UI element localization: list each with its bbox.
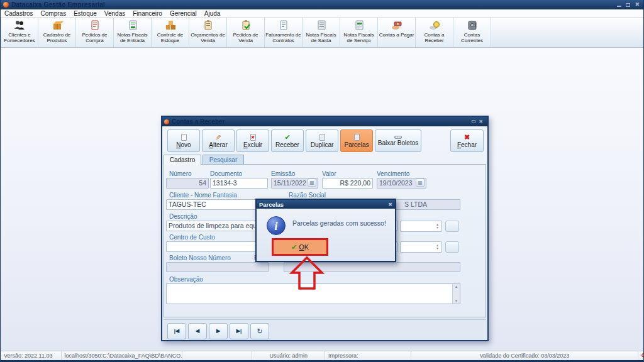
service-invoice-icon [353, 19, 365, 31]
toolbar-contas-pagar[interactable]: Contas a Pagar [378, 18, 416, 47]
toolbar-orcamentos-venda[interactable]: Orçamentos de Venda [189, 18, 227, 47]
boleto-barcode-icon [394, 136, 402, 139]
dialog-close-icon[interactable]: ✖ [388, 202, 392, 207]
valor-field[interactable]: R$ 220,00 [322, 178, 373, 189]
incoming-invoice-icon [126, 19, 139, 31]
emissao-calendar-icon[interactable]: ▦ [308, 178, 316, 187]
dialog-title: Parcelas [259, 201, 284, 208]
info-icon: i [267, 216, 286, 235]
descricao-combo[interactable]: ▲▼ [400, 221, 442, 232]
numero-label: Número [169, 170, 192, 177]
menu-cadastros[interactable]: Cadastros [1, 9, 37, 18]
minimize-icon[interactable] [617, 6, 621, 7]
new-document-icon [181, 134, 187, 141]
sales-quote-icon [202, 19, 214, 31]
sales-order-icon [240, 19, 252, 31]
installments-icon [354, 134, 360, 141]
centro-custo-combo[interactable]: ▲▼ [400, 241, 442, 253]
menu-financeiro[interactable]: Financeiro [129, 9, 166, 18]
valor-label: Valor [322, 170, 336, 177]
vencimento-calendar-icon[interactable]: ▦ [416, 178, 425, 187]
centro-custo-label: Centro de Custo [169, 234, 215, 241]
accounts-receivable-icon [428, 19, 441, 31]
centro-custo-lookup-button[interactable] [445, 241, 459, 253]
descricao-lookup-button[interactable] [445, 221, 459, 232]
close-x-icon: ✖ [464, 134, 470, 141]
toolbar-controle-estoque[interactable]: Controle de Estoque [152, 18, 189, 47]
outgoing-invoice-icon [315, 19, 328, 31]
razao-social-label: Razão Social [289, 192, 326, 199]
menu-ajuda[interactable]: Ajuda [201, 9, 225, 18]
documento-label: Documento [210, 170, 242, 177]
receber-button[interactable]: ✔ Receber [271, 129, 304, 152]
novo-button[interactable]: Novo [167, 129, 200, 152]
alterar-button[interactable]: ✎ Alterar [202, 129, 235, 152]
toolbar-nf-saida[interactable]: Notas Fiscais de Saída [303, 18, 340, 47]
toolbar-contas-receber[interactable]: Contas a Receber [416, 18, 453, 47]
close-icon[interactable]: ✖ [635, 2, 640, 8]
vencimento-label: Vencimento [377, 170, 409, 177]
nav-first-button[interactable]: |◀ [167, 323, 186, 339]
cliente-label: Cliente - Nome Fantasia [169, 192, 237, 199]
scrollbar[interactable]: ▲ ▼ [452, 284, 460, 304]
toolbar-nf-entrada[interactable]: Notas Fiscais de Entrada [114, 18, 152, 47]
window-restore-icon[interactable] [472, 120, 475, 123]
menu-compras[interactable]: Compras [37, 9, 70, 18]
window-close-icon[interactable]: ✖ [479, 119, 483, 124]
nav-prev-button[interactable]: ◀ [188, 323, 207, 339]
nav-next-button[interactable]: ▶ [209, 323, 228, 339]
parcelas-button[interactable]: Parcelas [340, 129, 373, 152]
window-logo-icon [164, 119, 169, 124]
toolbar-pedidos-venda[interactable]: Pedidos de Venda [227, 18, 265, 47]
product-box-icon [51, 19, 64, 31]
toolbar-contas-correntes[interactable]: Contas Correntes [453, 18, 491, 47]
ok-button[interactable]: ✔ OK [272, 238, 328, 256]
status-printer: Impressora: [325, 351, 411, 360]
status-certificate: Validade do Certificado: 03/03/2023 [411, 351, 638, 360]
menu-bar: Cadastros Compras Estoque Vendas Finance… [1, 9, 644, 18]
toolbar-clientes-fornecedores[interactable]: Clientes e Fornecedores [1, 18, 38, 47]
baixar-boletos-button[interactable]: Baixar Boletos [375, 129, 421, 152]
nav-refresh-button[interactable]: ↻ [250, 323, 269, 339]
receive-check-icon: ✔ [284, 134, 290, 141]
main-toolbar: Clientes e Fornecedores Cadastro de Prod… [1, 18, 644, 48]
scroll-up-icon[interactable]: ▲ [453, 285, 460, 288]
parcelas-dialog: Parcelas ✖ i Parcelas geradas com sucess… [255, 199, 396, 262]
tab-pesquisar[interactable]: Pesquisar [203, 155, 244, 165]
menu-gerencial[interactable]: Gerencial [166, 9, 201, 18]
spinner-icon[interactable]: ▲▼ [435, 222, 440, 230]
excluir-button[interactable]: ✖ Excluir [236, 129, 269, 152]
fechar-button[interactable]: ✖ Fechar [450, 129, 484, 152]
nav-last-button[interactable]: ▶| [230, 323, 248, 339]
edit-pencil-icon: ✎ [215, 134, 222, 140]
backup-cloud-icon: ⟳ [641, 352, 644, 359]
accounts-payable-icon [391, 19, 403, 31]
status-backup[interactable]: ⟳Backup Nuvem [638, 351, 644, 360]
tab-cadastro[interactable]: Cadastro [164, 155, 201, 165]
spinner-icon[interactable]: ▲▼ [435, 243, 440, 251]
application-window: Datacaixa Gestão Empresarial ✖ Cadastros… [0, 0, 644, 362]
documento-field[interactable]: 13134-3 [210, 178, 268, 189]
toolbar-pedidos-compra[interactable]: Pedidos de Compra [76, 18, 114, 47]
boleto-nosso-numero-label: Boleto Nosso Número [169, 255, 231, 261]
menu-estoque[interactable]: Estoque [70, 9, 101, 18]
duplicate-document-icon [319, 134, 325, 141]
dialog-message: Parcelas geradas com sucesso! [292, 219, 386, 227]
clients-suppliers-icon [13, 19, 26, 31]
scroll-down-icon[interactable]: ▼ [453, 299, 460, 303]
mdi-client-area: Contas a Receber ✖ Novo ✎ Alterar ✖ Excl… [1, 48, 644, 351]
contract-billing-icon [277, 19, 290, 31]
menu-vendas[interactable]: Vendas [101, 9, 129, 18]
toolbar-nf-servico[interactable]: Notas Fiscais de Serviço [340, 18, 378, 47]
descricao-label: Descrição [169, 213, 197, 220]
stock-control-icon [164, 19, 177, 31]
window-title: Contas a Receber [172, 118, 225, 125]
restore-icon[interactable] [626, 3, 630, 7]
status-database-path: localhost/3050:C:\Datacaixa_FAQ\BD\BANCO… [62, 351, 183, 360]
main-titlebar: Datacaixa Gestão Empresarial ✖ [1, 0, 644, 9]
toolbar-faturamento-contratos[interactable]: Faturamento de Contratos [265, 18, 303, 47]
toolbar-cadastro-produtos[interactable]: Cadastro de Produtos [38, 18, 76, 47]
bank-accounts-icon [466, 19, 479, 31]
status-user: Usuário: admin [252, 351, 325, 360]
duplicar-button[interactable]: Duplicar [306, 129, 338, 152]
